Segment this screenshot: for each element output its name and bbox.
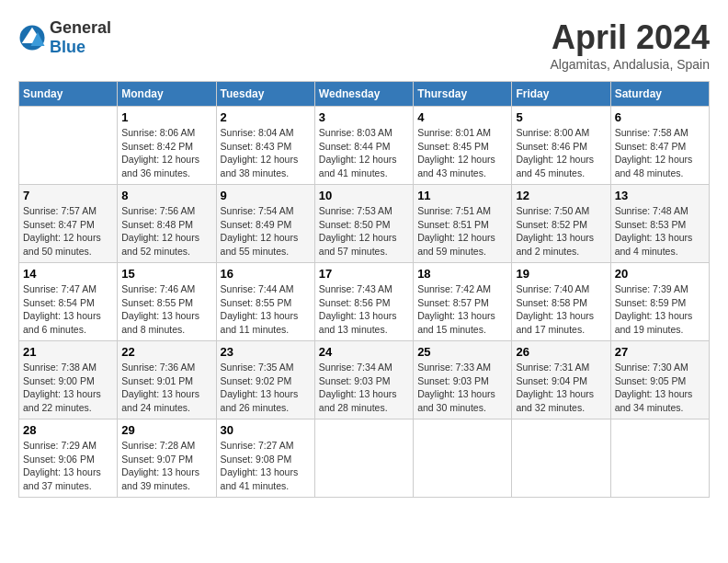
calendar-cell	[610, 419, 709, 498]
day-number: 20	[615, 267, 705, 281]
day-number: 25	[417, 345, 507, 359]
logo-general-text: General	[50, 18, 111, 37]
day-info: Sunrise: 7:46 AM Sunset: 8:55 PM Dayligh…	[121, 282, 211, 337]
day-info: Sunrise: 8:04 AM Sunset: 8:43 PM Dayligh…	[221, 126, 311, 180]
day-info: Sunrise: 7:35 AM Sunset: 9:02 PM Dayligh…	[221, 361, 311, 415]
day-info: Sunrise: 7:44 AM Sunset: 8:55 PM Dayligh…	[221, 282, 311, 337]
calendar-row-1: 1Sunrise: 8:06 AM Sunset: 8:42 PM Daylig…	[19, 107, 710, 185]
day-info: Sunrise: 7:51 AM Sunset: 8:51 PM Dayligh…	[417, 204, 507, 259]
day-info: Sunrise: 7:58 AM Sunset: 8:47 PM Dayligh…	[615, 126, 705, 180]
day-info: Sunrise: 7:48 AM Sunset: 8:53 PM Dayligh…	[615, 204, 705, 259]
day-number: 17	[319, 267, 409, 281]
calendar-row-2: 7Sunrise: 7:57 AM Sunset: 8:47 PM Daylig…	[19, 185, 710, 263]
calendar-cell: 2Sunrise: 8:04 AM Sunset: 8:43 PM Daylig…	[216, 107, 314, 185]
day-number: 1	[121, 110, 211, 124]
day-info: Sunrise: 7:54 AM Sunset: 8:49 PM Dayligh…	[221, 204, 311, 259]
weekday-header-thursday: Thursday	[414, 82, 512, 107]
location-subtitle: Algamitas, Andalusia, Spain	[550, 57, 710, 72]
day-number: 26	[516, 345, 606, 359]
calendar-cell: 28Sunrise: 7:29 AM Sunset: 9:06 PM Dayli…	[19, 419, 118, 498]
day-info: Sunrise: 7:56 AM Sunset: 8:48 PM Dayligh…	[121, 204, 211, 259]
day-number: 28	[23, 423, 113, 437]
weekday-header-tuesday: Tuesday	[216, 82, 314, 107]
day-number: 2	[221, 110, 311, 124]
calendar-cell: 13Sunrise: 7:48 AM Sunset: 8:53 PM Dayli…	[610, 185, 709, 263]
weekday-header-saturday: Saturday	[610, 82, 709, 107]
day-number: 9	[221, 189, 311, 202]
logo-blue-text: Blue	[50, 38, 85, 56]
weekday-header-sunday: Sunday	[19, 82, 118, 107]
day-info: Sunrise: 8:06 AM Sunset: 8:42 PM Dayligh…	[121, 126, 211, 180]
month-title: April 2024	[550, 18, 710, 57]
weekday-header-friday: Friday	[512, 82, 610, 107]
day-info: Sunrise: 8:00 AM Sunset: 8:46 PM Dayligh…	[516, 126, 606, 180]
weekday-header-monday: Monday	[118, 82, 216, 107]
calendar-cell: 15Sunrise: 7:46 AM Sunset: 8:55 PM Dayli…	[118, 263, 216, 341]
calendar-row-5: 28Sunrise: 7:29 AM Sunset: 9:06 PM Dayli…	[19, 419, 710, 498]
day-number: 11	[417, 189, 507, 202]
day-number: 7	[23, 189, 113, 202]
day-info: Sunrise: 7:50 AM Sunset: 8:52 PM Dayligh…	[516, 204, 606, 259]
day-number: 29	[121, 423, 211, 437]
day-number: 15	[121, 267, 211, 281]
calendar-cell: 17Sunrise: 7:43 AM Sunset: 8:56 PM Dayli…	[314, 263, 413, 341]
day-number: 23	[221, 345, 311, 359]
calendar-cell: 7Sunrise: 7:57 AM Sunset: 8:47 PM Daylig…	[19, 185, 118, 263]
day-info: Sunrise: 7:47 AM Sunset: 8:54 PM Dayligh…	[23, 282, 113, 337]
weekday-header-row: SundayMondayTuesdayWednesdayThursdayFrid…	[19, 82, 710, 107]
day-number: 8	[121, 189, 211, 202]
calendar-cell: 8Sunrise: 7:56 AM Sunset: 8:48 PM Daylig…	[118, 185, 216, 263]
day-info: Sunrise: 7:53 AM Sunset: 8:50 PM Dayligh…	[319, 204, 409, 259]
calendar-cell: 23Sunrise: 7:35 AM Sunset: 9:02 PM Dayli…	[216, 341, 314, 419]
day-number: 4	[417, 110, 507, 124]
calendar-cell: 20Sunrise: 7:39 AM Sunset: 8:59 PM Dayli…	[610, 263, 709, 341]
day-number: 21	[23, 345, 113, 359]
day-number: 30	[221, 423, 311, 437]
day-number: 14	[23, 267, 113, 281]
calendar-cell: 5Sunrise: 8:00 AM Sunset: 8:46 PM Daylig…	[512, 107, 610, 185]
day-number: 19	[516, 267, 606, 281]
calendar-cell: 1Sunrise: 8:06 AM Sunset: 8:42 PM Daylig…	[118, 107, 216, 185]
day-info: Sunrise: 7:30 AM Sunset: 9:05 PM Dayligh…	[615, 361, 705, 415]
calendar-cell: 12Sunrise: 7:50 AM Sunset: 8:52 PM Dayli…	[512, 185, 610, 263]
calendar-cell: 26Sunrise: 7:31 AM Sunset: 9:04 PM Dayli…	[512, 341, 610, 419]
calendar-cell: 14Sunrise: 7:47 AM Sunset: 8:54 PM Dayli…	[19, 263, 118, 341]
day-info: Sunrise: 7:33 AM Sunset: 9:03 PM Dayligh…	[417, 361, 507, 415]
calendar-cell: 25Sunrise: 7:33 AM Sunset: 9:03 PM Dayli…	[414, 341, 512, 419]
calendar-cell: 11Sunrise: 7:51 AM Sunset: 8:51 PM Dayli…	[414, 185, 512, 263]
day-info: Sunrise: 7:28 AM Sunset: 9:07 PM Dayligh…	[121, 439, 211, 493]
calendar-cell: 30Sunrise: 7:27 AM Sunset: 9:08 PM Dayli…	[216, 419, 314, 498]
calendar-cell: 19Sunrise: 7:40 AM Sunset: 8:58 PM Dayli…	[512, 263, 610, 341]
calendar-cell: 18Sunrise: 7:42 AM Sunset: 8:57 PM Dayli…	[414, 263, 512, 341]
calendar-row-3: 14Sunrise: 7:47 AM Sunset: 8:54 PM Dayli…	[19, 263, 710, 341]
day-number: 12	[516, 189, 606, 202]
day-info: Sunrise: 7:36 AM Sunset: 9:01 PM Dayligh…	[121, 361, 211, 415]
calendar-cell: 24Sunrise: 7:34 AM Sunset: 9:03 PM Dayli…	[314, 341, 413, 419]
calendar-cell: 10Sunrise: 7:53 AM Sunset: 8:50 PM Dayli…	[314, 185, 413, 263]
title-block: April 2024 Algamitas, Andalusia, Spain	[550, 18, 710, 72]
calendar-table: SundayMondayTuesdayWednesdayThursdayFrid…	[18, 81, 710, 498]
day-info: Sunrise: 8:03 AM Sunset: 8:44 PM Dayligh…	[319, 126, 409, 180]
page-header: General Blue April 2024 Algamitas, Andal…	[18, 18, 710, 72]
day-number: 18	[417, 267, 507, 281]
day-number: 16	[221, 267, 311, 281]
day-info: Sunrise: 7:43 AM Sunset: 8:56 PM Dayligh…	[319, 282, 409, 337]
day-info: Sunrise: 7:40 AM Sunset: 8:58 PM Dayligh…	[516, 282, 606, 337]
day-info: Sunrise: 7:31 AM Sunset: 9:04 PM Dayligh…	[516, 361, 606, 415]
calendar-cell: 4Sunrise: 8:01 AM Sunset: 8:45 PM Daylig…	[414, 107, 512, 185]
calendar-cell	[512, 419, 610, 498]
calendar-cell: 27Sunrise: 7:30 AM Sunset: 9:05 PM Dayli…	[610, 341, 709, 419]
day-number: 3	[319, 110, 409, 124]
day-number: 24	[319, 345, 409, 359]
calendar-cell: 3Sunrise: 8:03 AM Sunset: 8:44 PM Daylig…	[314, 107, 413, 185]
calendar-cell: 29Sunrise: 7:28 AM Sunset: 9:07 PM Dayli…	[118, 419, 216, 498]
calendar-cell	[314, 419, 413, 498]
day-info: Sunrise: 7:29 AM Sunset: 9:06 PM Dayligh…	[23, 439, 113, 493]
day-number: 13	[615, 189, 705, 202]
calendar-cell	[19, 107, 118, 185]
day-info: Sunrise: 7:57 AM Sunset: 8:47 PM Dayligh…	[23, 204, 113, 259]
calendar-cell	[414, 419, 512, 498]
calendar-row-4: 21Sunrise: 7:38 AM Sunset: 9:00 PM Dayli…	[19, 341, 710, 419]
calendar-cell: 21Sunrise: 7:38 AM Sunset: 9:00 PM Dayli…	[19, 341, 118, 419]
day-info: Sunrise: 8:01 AM Sunset: 8:45 PM Dayligh…	[417, 126, 507, 180]
